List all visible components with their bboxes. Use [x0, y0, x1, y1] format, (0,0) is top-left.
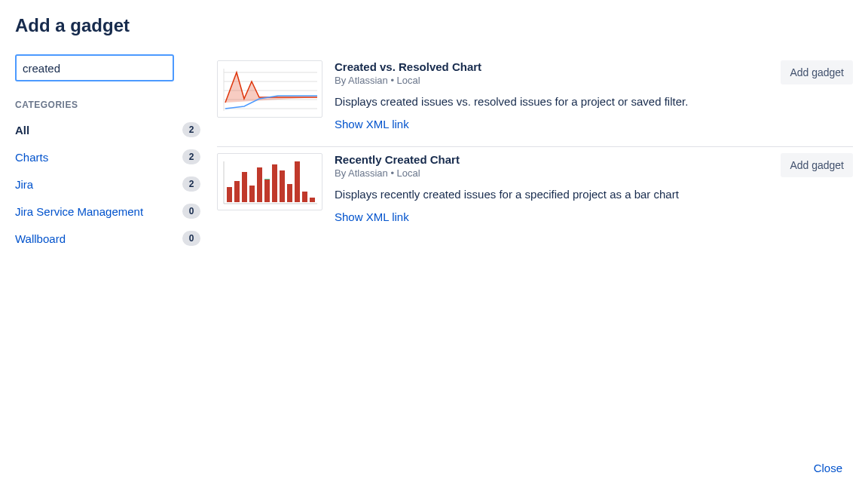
category-item[interactable]: Charts2 — [15, 146, 200, 167]
category-label: All — [15, 124, 29, 137]
show-xml-link[interactable]: Show XML link — [335, 210, 409, 223]
chart-bar-icon — [218, 154, 323, 211]
category-count-badge: 0 — [182, 231, 200, 246]
category-item[interactable]: Jira2 — [15, 173, 200, 195]
svg-rect-11 — [234, 181, 240, 202]
gadget-item: Recently Created ChartBy Atlassian • Loc… — [217, 147, 853, 239]
category-count-badge: 2 — [182, 176, 200, 192]
gadget-results: Created vs. Resolved ChartBy Atlassian •… — [217, 54, 853, 239]
add-gadget-dialog: Add a gadget CATEGORIES All2Charts2Jira2… — [0, 0, 868, 255]
category-label: Jira Service Management — [15, 205, 143, 218]
gadget-thumbnail — [217, 153, 322, 210]
svg-rect-9 — [227, 187, 232, 202]
svg-rect-21 — [272, 164, 277, 202]
gadget-title: Created vs. Resolved Chart — [335, 60, 769, 73]
category-count-badge: 2 — [182, 122, 200, 137]
svg-rect-17 — [257, 167, 262, 202]
gadget-description: Displays recently created issues for a s… — [335, 186, 726, 203]
category-item[interactable]: Jira Service Management0 — [15, 201, 200, 222]
sidebar: CATEGORIES All2Charts2Jira2Jira Service … — [15, 54, 217, 255]
close-button[interactable]: Close — [806, 457, 850, 479]
gadget-title: Recently Created Chart — [335, 153, 769, 166]
dialog-content: CATEGORIES All2Charts2Jira2Jira Service … — [15, 54, 853, 255]
show-xml-link[interactable]: Show XML link — [335, 118, 409, 130]
gadget-byline: By Atlassian • Local — [335, 167, 769, 179]
dialog-footer: Close — [806, 457, 850, 479]
gadget-thumbnail — [217, 60, 322, 118]
add-gadget-button[interactable]: Add gadget — [781, 153, 853, 177]
svg-rect-27 — [295, 161, 300, 202]
svg-rect-18 — [264, 179, 270, 180]
category-item[interactable]: All2 — [15, 119, 200, 140]
svg-rect-25 — [287, 184, 292, 202]
category-count-badge: 2 — [182, 149, 200, 164]
category-count-badge: 0 — [182, 204, 200, 219]
svg-rect-31 — [310, 198, 315, 202]
svg-rect-29 — [302, 192, 307, 202]
gadget-byline: By Atlassian • Local — [335, 75, 769, 86]
svg-rect-15 — [249, 186, 255, 202]
chart-line-icon — [218, 61, 323, 118]
gadget-item: Created vs. Resolved ChartBy Atlassian •… — [217, 54, 853, 147]
dialog-title: Add a gadget — [15, 15, 853, 36]
category-item[interactable]: Wallboard0 — [15, 228, 200, 249]
svg-rect-23 — [280, 170, 285, 202]
category-list: All2Charts2Jira2Jira Service Management0… — [15, 119, 199, 249]
gadget-main: Recently Created ChartBy Atlassian • Loc… — [335, 153, 781, 224]
category-label: Charts — [15, 151, 48, 164]
gadget-main: Created vs. Resolved ChartBy Atlassian •… — [335, 60, 781, 131]
categories-heading: CATEGORIES — [15, 100, 199, 110]
category-label: Jira — [15, 178, 33, 191]
search-input[interactable] — [15, 54, 174, 81]
gadget-description: Displays created issues vs. resolved iss… — [335, 94, 726, 110]
svg-rect-19 — [264, 180, 270, 202]
category-label: Wallboard — [15, 232, 66, 245]
svg-rect-13 — [242, 172, 247, 202]
add-gadget-button[interactable]: Add gadget — [781, 60, 853, 84]
